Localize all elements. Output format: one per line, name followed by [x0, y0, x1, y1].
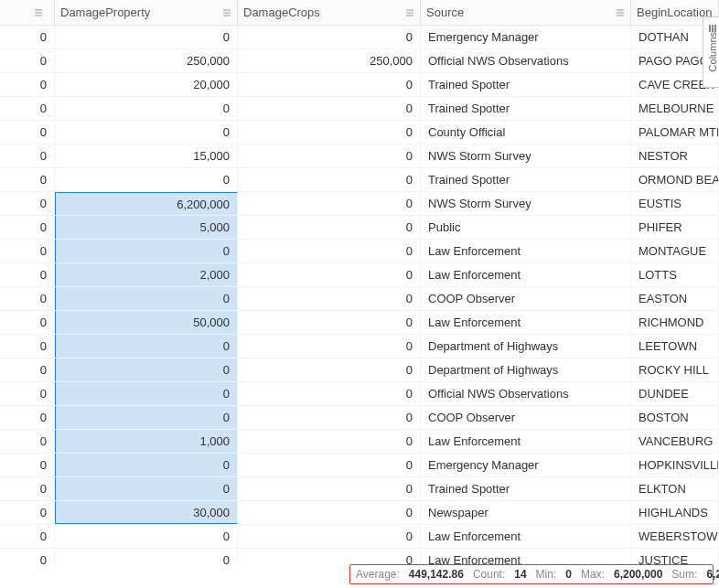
cell-c3[interactable]: Official NWS Observations	[421, 382, 631, 405]
cell-c0[interactable]: 0	[0, 121, 55, 144]
menu-icon[interactable]	[616, 8, 625, 17]
cell-c1[interactable]: 0	[55, 525, 238, 548]
cell-c1[interactable]: 0	[55, 240, 238, 262]
cell-c3[interactable]: Trained Spotter	[421, 477, 631, 500]
table-row[interactable]: 000Emergency ManagerHOPKINSVILLE A	[0, 454, 719, 477]
cell-c1[interactable]: 0	[55, 97, 238, 120]
cell-c1[interactable]: 2,000	[55, 263, 238, 286]
cell-c2[interactable]: 0	[238, 97, 421, 120]
cell-c2[interactable]: 0	[238, 382, 421, 405]
cell-c0[interactable]: 0	[0, 287, 55, 310]
cell-c1[interactable]: 0	[55, 121, 238, 144]
cell-c1[interactable]: 6,200,000	[55, 192, 238, 215]
cell-c0[interactable]: 0	[0, 49, 55, 72]
cell-c1[interactable]: 5,000	[55, 216, 238, 239]
cell-c2[interactable]: 0	[238, 477, 421, 500]
cell-c1[interactable]: 0	[55, 454, 238, 476]
table-row[interactable]: 01,0000Law EnforcementVANCEBURG	[0, 430, 719, 454]
cell-c0[interactable]: 0	[0, 335, 55, 358]
cell-c0[interactable]: 0	[0, 501, 55, 524]
cell-c0[interactable]: 0	[0, 549, 55, 565]
grid-body[interactable]: 000Emergency ManagerDOTHAN0250,000250,00…	[0, 26, 719, 565]
table-row[interactable]: 000Trained SpotterMELBOURNE BEACH	[0, 97, 719, 121]
columns-panel-toggle[interactable]: Columns	[703, 16, 719, 88]
cell-c0[interactable]: 0	[0, 406, 55, 429]
cell-c2[interactable]: 0	[238, 26, 421, 48]
cell-c3[interactable]: Newspaper	[421, 501, 631, 524]
cell-c1[interactable]: 0	[55, 168, 238, 191]
cell-c3[interactable]: County Official	[421, 121, 631, 144]
cell-c2[interactable]: 0	[238, 73, 421, 96]
table-row[interactable]: 000Law EnforcementJUSTICE	[0, 549, 719, 565]
cell-c1[interactable]: 0	[55, 335, 238, 358]
cell-c1[interactable]: 50,000	[55, 311, 238, 334]
cell-c4[interactable]: ELKTON	[631, 477, 719, 500]
column-header-source[interactable]: Source	[421, 0, 631, 25]
cell-c2[interactable]: 0	[238, 121, 421, 144]
cell-c3[interactable]: Trained Spotter	[421, 97, 631, 120]
table-row[interactable]: 015,0000NWS Storm SurveyNESTOR	[0, 144, 719, 168]
table-row[interactable]: 000Official NWS ObservationsDUNDEE	[0, 382, 719, 406]
cell-c0[interactable]: 0	[0, 144, 55, 167]
table-row[interactable]: 000Department of HighwaysLEETOWN	[0, 335, 719, 358]
cell-c4[interactable]: MONTAGUE	[631, 240, 719, 262]
menu-icon[interactable]	[222, 8, 231, 17]
cell-c3[interactable]: Law Enforcement	[421, 549, 631, 565]
cell-c3[interactable]: COOP Observer	[421, 406, 631, 429]
cell-c0[interactable]: 0	[0, 430, 55, 453]
table-row[interactable]: 050,0000Law EnforcementRICHMOND	[0, 311, 719, 335]
cell-c3[interactable]: NWS Storm Survey	[421, 144, 631, 167]
table-row[interactable]: 000COOP ObserverBOSTON	[0, 406, 719, 430]
table-row[interactable]: 0250,000250,000Official NWS Observations…	[0, 49, 719, 73]
cell-c3[interactable]: Trained Spotter	[421, 73, 631, 96]
cell-c0[interactable]: 0	[0, 168, 55, 191]
cell-c4[interactable]: VANCEBURG	[631, 430, 719, 453]
cell-c3[interactable]: Department of Highways	[421, 335, 631, 358]
cell-c4[interactable]: NESTOR	[631, 144, 719, 167]
cell-c4[interactable]: ROCKY HILL	[631, 358, 719, 381]
cell-c2[interactable]: 0	[238, 168, 421, 191]
cell-c0[interactable]: 0	[0, 358, 55, 381]
table-row[interactable]: 06,200,0000NWS Storm SurveyEUSTIS	[0, 192, 719, 216]
cell-c0[interactable]: 0	[0, 477, 55, 500]
column-header-damage-crops[interactable]: DamageCrops	[238, 0, 421, 25]
cell-c4[interactable]: BOSTON	[631, 406, 719, 429]
table-row[interactable]: 000Department of HighwaysROCKY HILL	[0, 358, 719, 382]
table-row[interactable]: 000Law EnforcementMONTAGUE	[0, 240, 719, 263]
cell-c4[interactable]: PHIFER	[631, 216, 719, 239]
cell-c4[interactable]: DUNDEE	[631, 382, 719, 405]
cell-c3[interactable]: Trained Spotter	[421, 168, 631, 191]
cell-c3[interactable]: Law Enforcement	[421, 263, 631, 286]
cell-c0[interactable]: 0	[0, 525, 55, 548]
table-row[interactable]: 05,0000PublicPHIFER	[0, 216, 719, 240]
cell-c0[interactable]: 0	[0, 192, 55, 215]
cell-c0[interactable]: 0	[0, 73, 55, 96]
cell-c3[interactable]: Law Enforcement	[421, 240, 631, 262]
cell-c3[interactable]: NWS Storm Survey	[421, 192, 631, 215]
cell-c0[interactable]: 0	[0, 97, 55, 120]
cell-c1[interactable]: 20,000	[55, 73, 238, 96]
table-row[interactable]: 000Trained SpotterELKTON	[0, 477, 719, 501]
cell-c2[interactable]: 0	[238, 263, 421, 286]
cell-c4[interactable]: RICHMOND	[631, 311, 719, 334]
cell-c1[interactable]: 0	[55, 549, 238, 565]
cell-c0[interactable]: 0	[0, 382, 55, 405]
table-row[interactable]: 000Emergency ManagerDOTHAN	[0, 26, 719, 49]
cell-c1[interactable]: 15,000	[55, 144, 238, 167]
cell-c3[interactable]: Emergency Manager	[421, 26, 631, 48]
table-row[interactable]: 020,0000Trained SpotterCAVE CREEK	[0, 73, 719, 97]
cell-c3[interactable]: COOP Observer	[421, 287, 631, 310]
table-row[interactable]: 02,0000Law EnforcementLOTTS	[0, 263, 719, 287]
cell-c4[interactable]: LOTTS	[631, 263, 719, 286]
cell-c0[interactable]: 0	[0, 240, 55, 262]
cell-c2[interactable]: 0	[238, 192, 421, 215]
cell-c3[interactable]: Law Enforcement	[421, 525, 631, 548]
column-header-damage-property[interactable]: DamageProperty	[55, 0, 238, 25]
cell-c4[interactable]: PALOMAR MTN	[631, 121, 719, 144]
cell-c0[interactable]: 0	[0, 263, 55, 286]
cell-c3[interactable]: Department of Highways	[421, 358, 631, 381]
cell-c1[interactable]: 1,000	[55, 430, 238, 453]
cell-c3[interactable]: Emergency Manager	[421, 454, 631, 476]
cell-c2[interactable]: 0	[238, 216, 421, 239]
cell-c2[interactable]: 0	[238, 311, 421, 334]
